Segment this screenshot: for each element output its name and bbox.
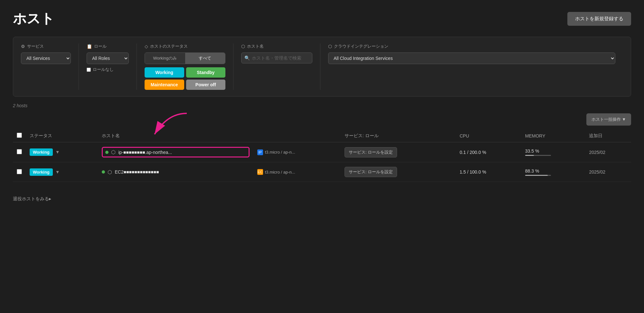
status-badge: Working [30, 168, 53, 176]
instance-icon: IP [257, 149, 263, 155]
cpu-value: 0.1 / 200.0 % [459, 150, 486, 155]
memory-cell: 33.5 % [521, 142, 585, 162]
retired-hosts-link[interactable]: 退役ホストをみる▸ [13, 196, 51, 202]
retired-hosts-section: 退役ホストをみる▸ [13, 190, 631, 202]
status-badge: Working [30, 148, 53, 156]
poweroff-status-button[interactable]: Power off [186, 80, 226, 90]
row-checkbox-cell [13, 142, 26, 162]
hostname-cell: ⬡ ip-■■■■■■■■.ap-northea... [98, 142, 253, 162]
no-role-option: ロールなし [87, 67, 129, 72]
memory-bar [525, 155, 551, 156]
filter-panel: ⚙ サービス All Services 📋 ロール All Roles ロールな… [13, 37, 631, 97]
host-status-filter-section: ◇ ホストのステータス Workingのみ すべて Working Standb… [137, 43, 233, 90]
hosts-table-section: ステータス ホスト名 サービス: ロール CPU MEMORY 追加日 Work… [13, 129, 631, 182]
memory-value: 88.3 % [525, 168, 539, 174]
service-filter-title: ⚙ サービス [21, 43, 71, 49]
host-status-icon: ◇ [145, 44, 148, 49]
instance-type: t3.micro / ap-n... [265, 170, 295, 175]
role-filter-title: 📋 ロール [87, 43, 129, 49]
role-filter-section: 📋 ロール All Roles ロールなし [79, 43, 137, 90]
table-header: ステータス ホスト名 サービス: ロール CPU MEMORY 追加日 [13, 129, 631, 142]
row-checkbox-0[interactable] [17, 149, 22, 154]
added-date-value: 2025/02 [589, 150, 605, 155]
row-checkbox-1[interactable] [17, 169, 22, 174]
hosts-count: 2 hosts [13, 103, 631, 108]
all-toggle[interactable]: すべて [185, 53, 225, 64]
memory-cell: 88.3 % [521, 162, 585, 182]
cloud-integration-select[interactable]: All Cloud Integration Services [328, 52, 615, 64]
cpu-value: 1.5 / 100.0 % [459, 169, 486, 175]
status-buttons-group: Working Standby Maintenance Power off [145, 67, 225, 90]
hosts-table-body: Working ▼ ⬡ ip-■■■■■■■■.ap-northea... IP… [13, 142, 631, 182]
hostname-filter-title: ⬡ ホスト名 [241, 43, 312, 49]
instance-icon: EC [257, 169, 263, 175]
host-icon: ⬡ [108, 169, 112, 175]
memory-bar-fill [525, 155, 534, 156]
host-name-text[interactable]: ip-■■■■■■■■.ap-northea... [118, 150, 172, 155]
register-host-button[interactable]: ホストを新規登録する [567, 12, 631, 26]
hostname-filter-section: ⬡ ホスト名 🔍 [233, 43, 320, 90]
host-status-filter-title: ◇ ホストのステータス [145, 43, 225, 49]
service-icon: ⚙ [21, 44, 25, 49]
cpu-cell: 0.1 / 200.0 % [456, 142, 521, 162]
status-dropdown-arrow[interactable]: ▼ [55, 169, 60, 175]
instance-cell: EC t3.micro / ap-n... [253, 162, 341, 182]
header-service-role [253, 129, 341, 142]
hostname-search-container: 🔍 [241, 52, 312, 63]
working-only-toggle[interactable]: Workingのみ [145, 53, 185, 64]
cloud-integration-filter-title: ⬡ クラウドインテグレーション [328, 43, 615, 49]
online-indicator [105, 151, 109, 154]
header-checkbox-cell [13, 129, 26, 142]
standby-status-button[interactable]: Standby [186, 67, 226, 78]
added-date-value: 2025/02 [589, 169, 605, 175]
header-service-role-label: サービス: ロール [341, 129, 456, 142]
service-role-cell: サービス: ロールを設定 [341, 162, 456, 182]
page-header: ホスト ホストを新規登録する [13, 10, 631, 28]
header-added-date: 追加日 [585, 129, 631, 142]
maintenance-status-button[interactable]: Maintenance [145, 80, 184, 90]
host-name-cell: ⬡ EC2■■■■■■■■■■■■■ [102, 169, 249, 175]
status-cell: Working ▼ [26, 142, 98, 162]
cpu-cell: 1.5 / 100.0 % [456, 162, 521, 182]
service-role-cell: サービス: ロールを設定 [341, 142, 456, 162]
set-role-button[interactable]: サービス: ロールを設定 [345, 147, 397, 157]
cloud-integration-icon: ⬡ [328, 44, 332, 49]
header-status: ステータス [26, 129, 98, 142]
header-hostname: ホスト名 [98, 129, 253, 142]
memory-bar-fill [525, 175, 548, 176]
instance-info: IP t3.micro / ap-n... [257, 149, 337, 155]
host-name-highlight: ⬡ ip-■■■■■■■■.ap-northea... [102, 147, 249, 157]
row-checkbox-cell [13, 162, 26, 182]
status-dropdown-arrow[interactable]: ▼ [55, 149, 60, 155]
status-toggle-group: Workingのみ すべて [145, 52, 225, 64]
role-icon: 📋 [87, 44, 92, 49]
memory-value: 33.5 % [525, 148, 539, 154]
added-date-cell: 2025/02 [585, 162, 631, 182]
host-name-text[interactable]: EC2■■■■■■■■■■■■■ [115, 169, 159, 175]
set-role-button[interactable]: サービス: ロールを設定 [345, 167, 397, 177]
no-role-checkbox[interactable] [87, 68, 91, 72]
hostname-icon: ⬡ [241, 44, 245, 49]
instance-info: EC t3.micro / ap-n... [257, 169, 337, 175]
page-title: ホスト [13, 10, 54, 28]
header-memory: MEMORY [521, 129, 585, 142]
role-select[interactable]: All Roles [87, 52, 129, 64]
cloud-integration-filter-section: ⬡ クラウドインテグレーション All Cloud Integration Se… [320, 43, 623, 90]
hostname-search-input[interactable] [241, 52, 312, 63]
service-select[interactable]: All Services [21, 52, 71, 64]
table-row: Working ▼ ⬡ EC2■■■■■■■■■■■■■ EC t3.micro… [13, 162, 631, 182]
bulk-action-row: ホスト一括操作 ▼ [13, 113, 631, 126]
hosts-table: ステータス ホスト名 サービス: ロール CPU MEMORY 追加日 Work… [13, 129, 631, 182]
instance-type: t3.micro / ap-n... [265, 150, 295, 155]
service-filter-section: ⚙ サービス All Services [21, 43, 79, 90]
bulk-action-button[interactable]: ホスト一括操作 ▼ [586, 113, 631, 126]
status-cell: Working ▼ [26, 162, 98, 182]
memory-bar [525, 175, 551, 176]
search-icon: 🔍 [244, 55, 250, 61]
hostname-cell: ⬡ EC2■■■■■■■■■■■■■ [98, 162, 253, 182]
table-row: Working ▼ ⬡ ip-■■■■■■■■.ap-northea... IP… [13, 142, 631, 162]
working-status-button[interactable]: Working [145, 67, 184, 78]
header-cpu: CPU [456, 129, 521, 142]
instance-cell: IP t3.micro / ap-n... [253, 142, 341, 162]
select-all-checkbox[interactable] [17, 133, 22, 138]
